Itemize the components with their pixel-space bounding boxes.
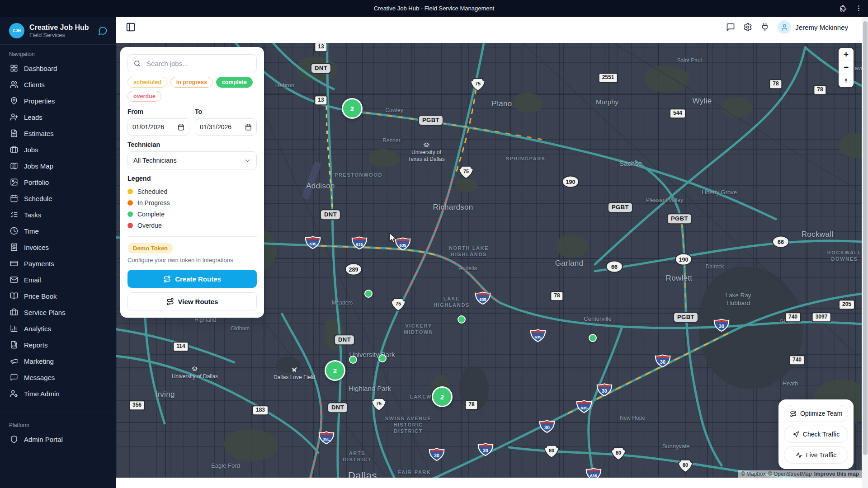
sidebar-item-email[interactable]: Email	[0, 272, 116, 288]
legend-label: Overdue	[137, 222, 162, 229]
job-marker[interactable]	[458, 315, 466, 324]
message-square-icon	[10, 373, 18, 381]
search-box[interactable]	[127, 54, 257, 72]
sidebar-item-analytics[interactable]: Analytics	[0, 320, 116, 337]
compass-button[interactable]	[839, 74, 854, 87]
sidebar-item-label: Dashboard	[24, 65, 57, 72]
to-date-input[interactable]: 01/31/2026	[195, 118, 257, 136]
sidebar-item-time-admin[interactable]: Time Admin	[0, 385, 116, 402]
zoom-out-button[interactable]: −	[839, 61, 854, 74]
job-cluster-marker[interactable]: 2	[432, 386, 453, 407]
chart-icon	[10, 324, 18, 333]
megaphone-icon	[10, 357, 18, 365]
legend-item-in-progress: In Progress	[127, 197, 257, 208]
search-input[interactable]	[146, 59, 251, 68]
page-scrollbar	[862, 17, 868, 488]
integrations-plug-icon[interactable]	[760, 23, 769, 32]
live-traffic-button[interactable]: Live Traffic	[784, 446, 848, 464]
sidebar-item-jobs-map[interactable]: Jobs Map	[0, 158, 116, 174]
filter-chip-in-progress[interactable]: in progress	[170, 77, 213, 88]
sidebar-item-tasks[interactable]: Tasks	[0, 206, 116, 223]
jobs-map[interactable]: HebronSaint PaulLavonPlanoMurphyWylieCow…	[116, 43, 862, 478]
create-routes-button[interactable]: Create Routes	[127, 270, 257, 288]
sidebar-item-label: Leads	[24, 113, 42, 121]
sidebar-item-label: Time Admin	[24, 390, 60, 398]
optimize-team-button[interactable]: Optimize Team	[784, 405, 848, 422]
from-date-input[interactable]: 01/01/2026	[127, 118, 189, 136]
route-icon	[163, 275, 171, 283]
calendar-icon	[10, 194, 18, 202]
status-filter-chips: scheduledin progresscompleteoverdue	[127, 77, 257, 102]
legend-item-overdue: Overdue	[127, 220, 257, 231]
job-marker[interactable]	[589, 334, 597, 342]
job-marker[interactable]	[364, 290, 373, 298]
legend-dot	[127, 200, 133, 206]
filter-chip-overdue[interactable]: overdue	[127, 91, 161, 102]
view-routes-button[interactable]: View Routes	[127, 292, 257, 310]
briefcase-icon	[10, 145, 18, 154]
legend-dot	[127, 211, 133, 217]
sidebar-item-properties[interactable]: Properties	[0, 93, 116, 109]
sidebar-item-clients[interactable]: Clients	[0, 76, 116, 93]
sidebar-item-label: Invoices	[24, 244, 49, 251]
filter-chip-complete[interactable]: complete	[216, 77, 253, 88]
sidebar-item-admin-portal[interactable]: Admin Portal	[0, 431, 116, 447]
technician-select[interactable]: All Technicians	[127, 151, 257, 169]
demo-token-badge: Demo Token	[127, 243, 173, 253]
improve-map-link[interactable]: Improve this map	[814, 471, 859, 477]
map-icon	[10, 162, 18, 170]
chat-bubble-icon[interactable]	[98, 26, 108, 35]
check-traffic-button[interactable]: Check Traffic	[784, 426, 848, 443]
extensions-icon[interactable]	[839, 5, 847, 12]
credit-card-icon	[10, 259, 18, 267]
brand-subtitle: Field Services	[29, 32, 89, 38]
filter-chip-scheduled[interactable]: scheduled	[127, 77, 167, 88]
sidebar-item-time[interactable]: Time	[0, 223, 116, 239]
sidebar-item-leads[interactable]: Leads	[0, 109, 116, 125]
demo-token-note: Configure your own token in Integrations	[127, 257, 257, 263]
sidebar-item-label: Jobs	[24, 146, 38, 154]
zoom-in-button[interactable]: +	[839, 48, 854, 61]
sidebar-item-dashboard[interactable]: Dashboard	[0, 60, 116, 76]
sidebar-item-label: Properties	[24, 97, 55, 105]
user-menu[interactable]: Jeremy Mckinney	[778, 20, 848, 34]
sidebar-item-service-plans[interactable]: Service Plans	[0, 304, 116, 320]
sidebar: CJH Creative Job Hub Field Services Navi…	[0, 17, 116, 488]
sidebar-item-jobs[interactable]: Jobs	[0, 141, 116, 158]
sidebar-nav: NavigationDashboardClientsPropertiesLead…	[0, 45, 116, 450]
messages-icon[interactable]	[726, 23, 735, 32]
sidebar-item-label: Email	[24, 276, 41, 284]
menu-kebab-icon[interactable]	[855, 5, 863, 12]
sidebar-item-invoices[interactable]: Invoices	[0, 239, 116, 255]
sidebar-item-label: Price Book	[24, 292, 57, 300]
sidebar-item-estimates[interactable]: Estimates	[0, 125, 116, 141]
map-actions-card: Optimize TeamCheck TrafficLive Traffic	[778, 399, 854, 469]
osm-attribution-link[interactable]: © OpenStreetMap	[768, 471, 812, 477]
sidebar-item-price-book[interactable]: Price Book	[0, 288, 116, 304]
brand: CJH Creative Job Hub Field Services	[0, 17, 116, 45]
sidebar-item-schedule[interactable]: Schedule	[0, 190, 116, 206]
mapbox-attribution-link[interactable]: © Mapbox	[741, 471, 766, 477]
sidebar-toggle-icon[interactable]	[126, 22, 136, 32]
job-marker[interactable]	[349, 356, 357, 364]
scrollbar-thumb[interactable]	[863, 21, 868, 455]
job-cluster-marker[interactable]: 2	[342, 98, 363, 119]
user-name: Jeremy Mckinney	[795, 23, 848, 31]
sidebar-item-reports[interactable]: Reports	[0, 337, 116, 353]
avatar	[778, 20, 791, 34]
sidebar-item-label: Analytics	[24, 325, 51, 333]
legend: ScheduledIn ProgressCompleteOverdue	[127, 186, 257, 231]
sidebar-item-portfolio[interactable]: Portfolio	[0, 174, 116, 190]
sidebar-item-marketing[interactable]: Marketing	[0, 353, 116, 369]
chevron-down-icon	[244, 157, 251, 164]
sidebar-item-payments[interactable]: Payments	[0, 255, 116, 272]
job-cluster-marker[interactable]: 2	[325, 360, 345, 381]
settings-gear-icon[interactable]	[743, 23, 752, 32]
sidebar-item-messages[interactable]: Messages	[0, 369, 116, 385]
sidebar-item-label: Time	[24, 227, 39, 235]
job-marker[interactable]	[378, 354, 387, 362]
sidebar-item-label: Clients	[24, 81, 45, 89]
file-text-icon	[10, 129, 18, 137]
navigation-icon	[793, 431, 799, 438]
app-header: Jeremy Mckinney	[116, 17, 862, 38]
